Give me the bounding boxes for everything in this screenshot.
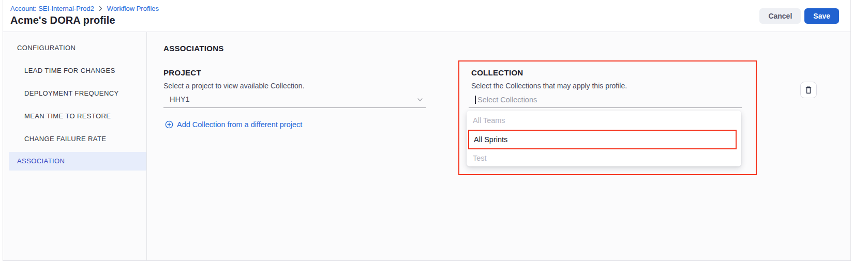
sidebar-item-change-failure-rate[interactable]: CHANGE FAILURE RATE — [3, 130, 146, 148]
sidebar-item-deployment-frequency[interactable]: DEPLOYMENT FREQUENCY — [3, 84, 146, 103]
header-actions: Cancel Save — [759, 8, 839, 24]
sidebar-item-lead-time-for-changes[interactable]: LEAD TIME FOR CHANGES — [3, 61, 146, 80]
dropdown-option-all-teams: All Teams — [467, 111, 741, 130]
sidebar-item-association[interactable]: ASSOCIATION — [9, 152, 146, 171]
save-button[interactable]: Save — [804, 8, 839, 24]
text-cursor-caret — [475, 96, 476, 104]
workflow-profile-page: Account: SEI-Internal-Prod2 Workflow Pro… — [0, 0, 868, 262]
add-collection-link[interactable]: Add Collection from a different project — [165, 119, 302, 130]
associations-panel: ASSOCIATIONS PROJECT Select a project to… — [147, 32, 850, 261]
plus-circle-icon — [165, 120, 173, 129]
project-select[interactable]: HHY1 — [163, 91, 426, 108]
collections-input-placeholder: Select Collections — [477, 96, 537, 104]
page-body: CONFIGURATION LEAD TIME FOR CHANGES DEPL… — [3, 32, 850, 261]
collection-section-title: COLLECTION — [471, 68, 523, 77]
breadcrumb-account-link[interactable]: Account: SEI-Internal-Prod2 — [10, 5, 94, 12]
sidebar-nav: CONFIGURATION LEAD TIME FOR CHANGES DEPL… — [3, 32, 147, 261]
add-collection-link-label: Add Collection from a different project — [177, 120, 302, 129]
project-section-description: Select a project to view available Colle… — [163, 82, 304, 90]
project-section-title: PROJECT — [163, 68, 201, 77]
trash-icon — [804, 86, 813, 95]
breadcrumb-section-link[interactable]: Workflow Profiles — [107, 5, 159, 12]
dropdown-option-all-sprints[interactable]: All Sprints — [468, 130, 737, 149]
project-select-value: HHY1 — [163, 91, 426, 107]
page-header: Account: SEI-Internal-Prod2 Workflow Pro… — [3, 0, 850, 32]
page-title: Acme's DORA profile — [10, 14, 115, 26]
sidebar-item-configuration[interactable]: CONFIGURATION — [3, 39, 146, 57]
chevron-right-icon — [98, 6, 103, 11]
chevron-down-icon — [416, 96, 424, 105]
dropdown-option-test: Test — [467, 149, 741, 166]
sidebar-item-mean-time-to-restore[interactable]: MEAN TIME TO RESTORE — [3, 107, 146, 126]
collection-section-description: Select the Collections that may apply th… — [471, 82, 627, 90]
cancel-button[interactable]: Cancel — [759, 8, 801, 24]
breadcrumb: Account: SEI-Internal-Prod2 Workflow Pro… — [10, 5, 159, 12]
app-frame: Account: SEI-Internal-Prod2 Workflow Pro… — [3, 0, 851, 261]
delete-association-button[interactable] — [800, 82, 817, 98]
collections-dropdown-menu: All Teams All Sprints Test — [467, 111, 741, 166]
collections-search-input[interactable]: Select Collections — [469, 91, 742, 108]
associations-section-title: ASSOCIATIONS — [163, 44, 224, 53]
